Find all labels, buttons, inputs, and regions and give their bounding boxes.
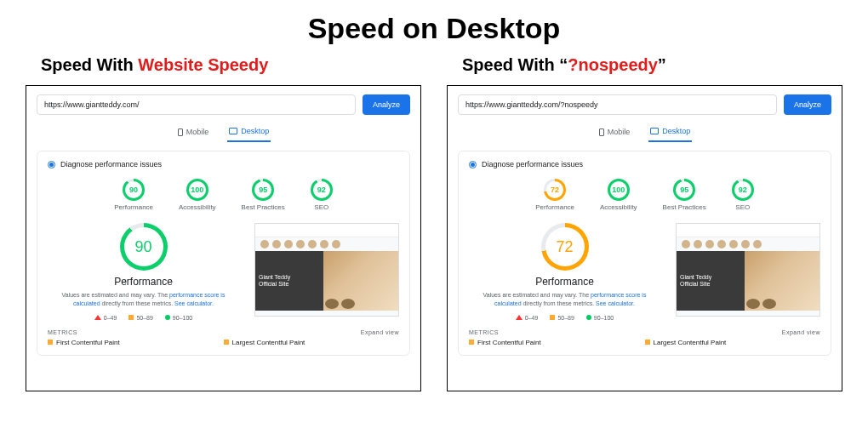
score-item: 92SEO — [732, 179, 754, 211]
score-item: 72Performance — [535, 179, 574, 211]
metric-label: First Contentful Paint — [56, 339, 120, 346]
analyze-button[interactable]: Analyze — [363, 94, 410, 115]
calculator-link[interactable]: See calculator. — [596, 300, 635, 306]
main-row: 90 Performance Values are estimated and … — [48, 223, 399, 321]
metric-fcp: First Contentful Paint — [469, 339, 645, 346]
device-tabs: Mobile Desktop — [37, 123, 410, 142]
desktop-icon — [229, 128, 237, 134]
score-label: SEO — [735, 203, 750, 211]
legend-high: 90–100 — [586, 315, 614, 321]
score-gauge: 90 — [123, 179, 145, 201]
note-text-2: directly from these metrics. — [100, 300, 175, 306]
score-gauge: 92 — [311, 179, 333, 201]
preview-icons — [677, 237, 819, 251]
score-row: 72Performance100Accessibility95Best Prac… — [469, 179, 820, 211]
score-label: Performance — [114, 203, 153, 211]
expand-view-link[interactable]: Expand view — [782, 329, 820, 335]
preview-line1: Giant Teddy — [259, 274, 320, 281]
preview-line2: Official Site — [259, 281, 320, 288]
report-card: Diagnose performance issues 72Performanc… — [458, 151, 831, 356]
performance-block: 72 Performance Values are estimated and … — [469, 223, 660, 321]
metric-label: First Contentful Paint — [477, 339, 541, 346]
preview-text: Giant Teddy Official Site — [677, 251, 745, 311]
score-item: 100Accessibility — [600, 179, 637, 211]
metrics-title: METRICS — [48, 329, 77, 335]
note-text-2: directly from these metrics. — [522, 300, 597, 306]
expand-view-link[interactable]: Expand view — [361, 329, 399, 335]
legend-high: 90–100 — [165, 315, 192, 321]
performance-gauge: 90 — [120, 223, 168, 271]
square-icon — [224, 340, 229, 345]
url-row: Analyze — [37, 94, 410, 115]
url-input[interactable] — [37, 94, 356, 115]
circle-icon — [586, 315, 591, 320]
performance-block: 90 Performance Values are estimated and … — [48, 223, 239, 321]
legend-low-label: 0–49 — [104, 315, 117, 321]
preview-header — [677, 224, 819, 237]
tab-mobile-label: Mobile — [608, 128, 631, 136]
triangle-icon — [516, 315, 523, 320]
score-item: 92SEO — [311, 179, 333, 211]
score-row: 90Performance100Accessibility95Best Prac… — [48, 179, 399, 211]
right-title-prefix: Speed With “ — [462, 55, 568, 74]
performance-note: Values are estimated and may vary. The p… — [480, 291, 650, 308]
mobile-icon — [599, 128, 604, 136]
diagnose-label: Diagnose performance issues — [60, 160, 162, 168]
diagnose-row[interactable]: Diagnose performance issues — [48, 160, 399, 168]
square-icon — [128, 315, 134, 320]
diagnose-label: Diagnose performance issues — [482, 160, 583, 168]
page-title: Speed on Desktop — [0, 0, 868, 52]
calculator-link[interactable]: See calculator. — [174, 300, 214, 306]
metric-lcp: Largest Contentful Paint — [645, 339, 821, 346]
left-title-highlight: Website Speedy — [138, 55, 268, 74]
preview-hero: Giant Teddy Official Site — [255, 251, 398, 311]
site-preview: Giant Teddy Official Site — [254, 223, 399, 317]
url-input[interactable] — [458, 94, 777, 115]
tab-mobile-label: Mobile — [186, 128, 209, 136]
tab-desktop[interactable]: Desktop — [648, 123, 692, 142]
performance-note: Values are estimated and may vary. The p… — [59, 291, 229, 308]
circle-icon — [165, 315, 170, 320]
main-row: 72 Performance Values are estimated and … — [469, 223, 820, 321]
note-text: Values are estimated and may vary. The — [483, 292, 591, 298]
preview-hero: Giant Teddy Official Site — [677, 251, 819, 311]
score-gauge: 72 — [544, 179, 566, 201]
metric-fcp: First Contentful Paint — [48, 339, 224, 346]
metrics-header: METRICS Expand view — [469, 329, 820, 335]
legend-mid-label: 50–89 — [557, 315, 574, 321]
tab-mobile[interactable]: Mobile — [176, 123, 211, 142]
left-col-title: Speed With Website Speedy — [26, 52, 421, 85]
legend-low: 0–49 — [516, 315, 539, 321]
mobile-icon — [178, 128, 183, 136]
tab-mobile[interactable]: Mobile — [597, 123, 632, 142]
legend-high-label: 90–100 — [173, 315, 192, 321]
right-panel: Analyze Mobile Desktop Diagnose performa… — [447, 85, 842, 391]
left-panel: Analyze Mobile Desktop Diagnose performa… — [26, 85, 421, 391]
square-icon — [48, 340, 53, 345]
preview-image — [323, 251, 398, 311]
legend-mid: 50–89 — [128, 315, 152, 321]
square-icon — [645, 340, 650, 345]
diagnose-row[interactable]: Diagnose performance issues — [469, 160, 820, 168]
score-label: Best Practices — [663, 203, 706, 211]
square-icon — [550, 315, 555, 320]
score-legend: 0–49 50–89 90–100 — [94, 315, 192, 321]
score-gauge: 100 — [186, 179, 208, 201]
preview-line1: Giant Teddy — [680, 274, 741, 281]
metric-label: Largest Contentful Paint — [654, 339, 727, 346]
tab-desktop[interactable]: Desktop — [227, 123, 271, 142]
score-label: SEO — [314, 203, 328, 211]
report-card: Diagnose performance issues 90Performanc… — [37, 151, 410, 356]
analyze-button[interactable]: Analyze — [784, 94, 831, 115]
performance-gauge: 72 — [541, 223, 589, 271]
desktop-icon — [650, 128, 659, 134]
score-gauge: 92 — [732, 179, 754, 201]
performance-label: Performance — [535, 276, 594, 288]
score-label: Performance — [535, 203, 574, 211]
preview-text: Giant Teddy Official Site — [255, 251, 323, 311]
left-title-prefix: Speed With — [41, 55, 138, 74]
site-preview: Giant Teddy Official Site — [676, 223, 820, 317]
score-label: Accessibility — [600, 203, 637, 211]
metric-label: Largest Contentful Paint — [232, 339, 306, 346]
right-title-highlight: ?nospeedy — [568, 55, 658, 74]
